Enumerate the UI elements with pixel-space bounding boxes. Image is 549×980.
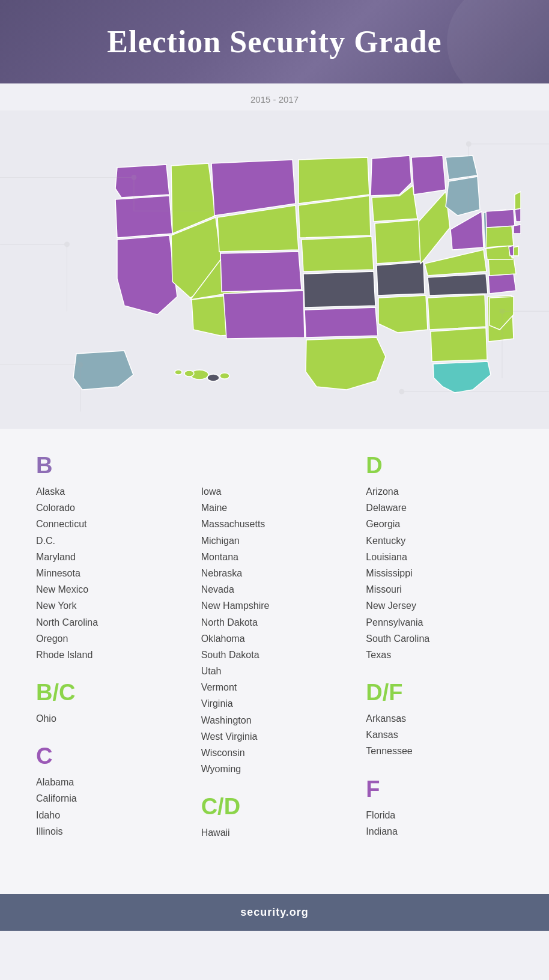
grade-f-label: F <box>366 776 513 802</box>
grade-cd-label: C/D <box>201 794 348 820</box>
subtitle: 2015 - 2017 <box>0 83 549 110</box>
grade-df-states: ArkansasKansasTennessee <box>366 710 513 760</box>
grade-df-label: D/F <box>366 680 513 706</box>
svg-point-9 <box>466 141 472 147</box>
circuit-background <box>0 110 549 432</box>
svg-point-6 <box>64 241 70 247</box>
map-container <box>0 110 549 429</box>
footer-text: security.org <box>240 906 309 918</box>
grade-bc-label: B/C <box>36 680 183 706</box>
grade-c-mid-states: IowaMaineMassachusettsMichiganMontanaNeb… <box>201 483 348 777</box>
grade-c-mid-group: C IowaMaineMassachusettsMichiganMontanaN… <box>201 453 348 777</box>
grade-b-states: AlaskaColoradoConnecticutD.C.MarylandMin… <box>36 483 183 663</box>
grade-c-group: C AlabamaCaliforniaIdahoIllinois <box>36 743 183 839</box>
grade-d-group: D ArizonaDelawareGeorgiaKentuckyLouisian… <box>366 453 513 663</box>
grades-grid: B AlaskaColoradoConnecticutD.C.MarylandM… <box>36 453 513 858</box>
grade-c-label: C <box>36 743 183 769</box>
grade-c-states: AlabamaCaliforniaIdahoIllinois <box>36 774 183 839</box>
grade-cd-group: C/D Hawaii <box>201 794 348 841</box>
svg-point-17 <box>399 389 404 395</box>
grade-f-group: F FloridaIndiana <box>366 776 513 839</box>
column-left: B AlaskaColoradoConnecticutD.C.MarylandM… <box>36 453 183 858</box>
grade-df-group: D/F ArkansasKansasTennessee <box>366 680 513 760</box>
grade-bc-group: B/C Ohio <box>36 680 183 727</box>
svg-point-12 <box>500 309 505 314</box>
grade-cd-states: Hawaii <box>201 824 348 841</box>
footer: security.org <box>0 894 549 931</box>
column-mid: C IowaMaineMassachusettsMichiganMontanaN… <box>201 453 348 858</box>
grade-b-group: B AlaskaColoradoConnecticutD.C.MarylandM… <box>36 453 183 663</box>
header-section: Election Security Grade <box>0 0 549 83</box>
grade-bc-states: Ohio <box>36 710 183 727</box>
page-title: Election Security Grade <box>36 24 513 59</box>
grade-d-label: D <box>366 453 513 479</box>
grade-f-states: FloridaIndiana <box>366 807 513 839</box>
grade-d-states: ArizonaDelawareGeorgiaKentuckyLouisianaM… <box>366 483 513 663</box>
svg-point-3 <box>131 175 136 180</box>
grade-b-label: B <box>36 453 183 479</box>
grades-section: B AlaskaColoradoConnecticutD.C.MarylandM… <box>0 429 549 894</box>
column-right: D ArizonaDelawareGeorgiaKentuckyLouisian… <box>366 453 513 858</box>
